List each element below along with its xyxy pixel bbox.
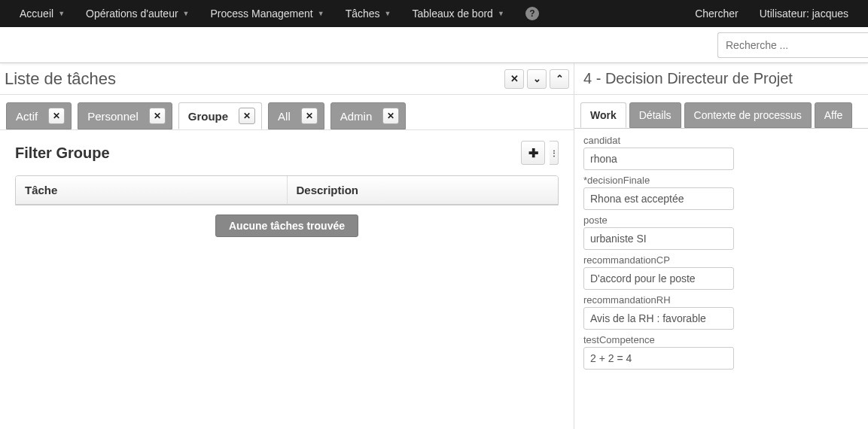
expand-down-button[interactable]: ⌄ bbox=[527, 69, 547, 89]
left-panel: Liste de tâches ✕ ⌄ ⌃ Actif✕ Personnel✕ … bbox=[0, 63, 574, 429]
left-tabs: Actif✕ Personnel✕ Groupe✕ All✕ Admin✕ bbox=[0, 95, 574, 130]
col-task[interactable]: Tâche bbox=[16, 176, 288, 204]
chevron-down-icon: ▼ bbox=[385, 10, 391, 17]
tab-work[interactable]: Work bbox=[580, 102, 626, 128]
nav-process-mgmt[interactable]: Process Management▼ bbox=[200, 0, 335, 27]
sub-bar bbox=[0, 27, 868, 63]
top-nav: Accueil▼ Opérations d'auteur▼ Process Ma… bbox=[0, 0, 868, 27]
close-icon[interactable]: ✕ bbox=[48, 108, 65, 124]
chevron-down-icon: ▼ bbox=[58, 10, 65, 17]
tab-actif[interactable]: Actif✕ bbox=[6, 102, 72, 129]
label-poste: poste bbox=[583, 214, 859, 226]
chevron-up-icon: ⌃ bbox=[556, 73, 564, 84]
nav-search[interactable]: Chercher bbox=[684, 0, 749, 27]
input-recommandation-cp[interactable] bbox=[583, 267, 734, 290]
close-icon[interactable]: ✕ bbox=[301, 108, 318, 124]
chevron-down-icon: ▼ bbox=[318, 10, 324, 17]
plus-icon: ✚ bbox=[528, 146, 538, 160]
input-poste[interactable] bbox=[583, 227, 734, 250]
input-decision-finale[interactable] bbox=[583, 187, 734, 210]
tab-personnel[interactable]: Personnel✕ bbox=[78, 102, 172, 129]
label-decision-finale: *decisionFinale bbox=[583, 175, 859, 186]
no-tasks-message: Aucune tâches trouvée bbox=[215, 214, 358, 237]
nav-author-ops[interactable]: Opérations d'auteur▼ bbox=[75, 0, 199, 27]
chevron-down-icon: ▼ bbox=[498, 10, 504, 17]
close-icon: ✕ bbox=[510, 73, 519, 84]
nav-home[interactable]: Accueil▼ bbox=[9, 0, 75, 27]
close-icon[interactable]: ✕ bbox=[382, 108, 399, 124]
more-button[interactable]: ⋮ bbox=[550, 141, 559, 165]
nav-tasks[interactable]: Tâches▼ bbox=[335, 0, 402, 27]
chevron-down-icon: ▼ bbox=[183, 10, 190, 17]
input-candidat[interactable] bbox=[583, 148, 734, 170]
close-icon[interactable]: ✕ bbox=[239, 108, 255, 124]
work-form: candidat *decisionFinale poste recommand… bbox=[574, 129, 868, 380]
collapse-up-button[interactable]: ⌃ bbox=[550, 69, 569, 89]
nav-dashboards[interactable]: Tableaux de bord▼ bbox=[401, 0, 514, 27]
label-recommandation-cp: recommandationCP bbox=[583, 254, 859, 266]
right-panel: 4 - Decision Directeur de Projet Work Dé… bbox=[574, 63, 868, 429]
tab-groupe[interactable]: Groupe✕ bbox=[178, 102, 262, 129]
left-panel-title: Liste de tâches bbox=[5, 69, 116, 89]
right-tabs: Work Détails Contexte de processus Affe bbox=[574, 95, 868, 129]
left-panel-header: Liste de tâches ✕ ⌄ ⌃ bbox=[0, 63, 574, 95]
close-button[interactable]: ✕ bbox=[504, 69, 524, 89]
label-recommandation-rh: recommandationRH bbox=[583, 294, 859, 306]
help-icon[interactable]: ? bbox=[525, 7, 539, 20]
search-input[interactable] bbox=[717, 32, 868, 58]
close-icon[interactable]: ✕ bbox=[149, 108, 166, 124]
filter-title: Filter Groupe bbox=[15, 145, 110, 162]
chevron-down-icon: ⌄ bbox=[533, 73, 541, 84]
add-button[interactable]: ✚ bbox=[521, 141, 545, 165]
tab-all[interactable]: All✕ bbox=[268, 102, 324, 129]
tab-assign[interactable]: Affe bbox=[815, 102, 853, 128]
tab-admin[interactable]: Admin✕ bbox=[330, 102, 407, 129]
input-test-competence[interactable] bbox=[583, 347, 734, 370]
right-panel-title: 4 - Decision Directeur de Projet bbox=[583, 70, 793, 87]
input-recommandation-rh[interactable] bbox=[583, 307, 734, 330]
label-candidat: candidat bbox=[583, 135, 859, 146]
right-panel-header: 4 - Decision Directeur de Projet bbox=[574, 63, 868, 95]
label-test-competence: testCompetence bbox=[583, 334, 859, 345]
tab-process-context[interactable]: Contexte de processus bbox=[684, 102, 812, 128]
col-description[interactable]: Description bbox=[288, 176, 559, 204]
task-table: Tâche Description bbox=[15, 175, 559, 205]
nav-user[interactable]: Utilisateur: jacques bbox=[749, 0, 859, 27]
tab-details[interactable]: Détails bbox=[629, 102, 681, 128]
menu-icon: ⋮ bbox=[550, 149, 558, 157]
